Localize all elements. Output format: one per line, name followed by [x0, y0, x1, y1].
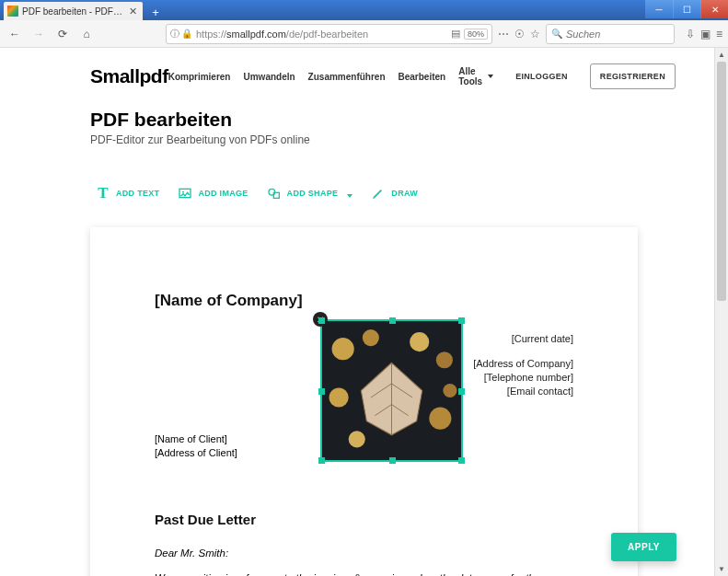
- scroll-up-icon[interactable]: ▲: [715, 48, 728, 62]
- page-title: PDF bearbeiten: [90, 109, 638, 131]
- vertical-scrollbar[interactable]: ▲ ▼: [714, 48, 728, 576]
- doc-body: We are writing in reference to the invoi…: [155, 571, 573, 576]
- back-button[interactable]: ←: [6, 25, 24, 43]
- add-shape-label: ADD SHAPE: [287, 189, 339, 198]
- pencil-icon: [371, 186, 386, 201]
- resize-handle[interactable]: [458, 317, 465, 324]
- home-button[interactable]: ⌂: [77, 25, 96, 43]
- login-button[interactable]: EINLOGGEN: [506, 64, 577, 88]
- resize-handle[interactable]: [389, 457, 396, 464]
- window-close-button[interactable]: ✕: [700, 0, 728, 18]
- reader-icon[interactable]: ▤: [451, 28, 460, 40]
- svg-point-11: [349, 431, 365, 447]
- nav-merge[interactable]: Zusammenführen: [308, 72, 386, 82]
- svg-point-7: [410, 332, 429, 351]
- doc-company-name: [Name of Company]: [155, 292, 573, 310]
- nav-edit[interactable]: Bearbeiten: [399, 72, 446, 82]
- svg-point-5: [332, 338, 354, 360]
- doc-current-date: [Current date]: [473, 332, 573, 346]
- resize-handle[interactable]: [318, 317, 325, 324]
- search-box[interactable]: 🔍: [546, 24, 675, 44]
- page-subtitle: PDF-Editor zur Bearbeitung von PDFs onli…: [90, 133, 638, 146]
- inserted-image-frame[interactable]: ✕: [320, 319, 463, 462]
- inserted-image[interactable]: [322, 321, 461, 460]
- new-tab-button[interactable]: +: [146, 4, 165, 20]
- svg-point-12: [443, 384, 456, 397]
- info-icon: ⓘ: [170, 28, 179, 40]
- tab-title: PDF bearbeiten - PDF-Editor: [22, 6, 123, 17]
- url-text: https://smallpdf.com/de/pdf-bearbeiten: [196, 29, 447, 40]
- forward-button[interactable]: →: [29, 25, 48, 43]
- resize-handle[interactable]: [318, 388, 325, 395]
- draw-label: DRAW: [391, 189, 418, 198]
- apply-button[interactable]: APPLY: [611, 533, 676, 561]
- shape-icon: [267, 186, 282, 201]
- register-button[interactable]: REGISTRIEREN: [590, 63, 676, 89]
- bookmark-icon[interactable]: ☆: [530, 28, 540, 40]
- search-input[interactable]: [566, 29, 669, 40]
- text-icon: T: [96, 186, 110, 201]
- add-image-button[interactable]: ADD IMAGE: [178, 186, 248, 201]
- resize-handle[interactable]: [389, 317, 396, 324]
- draw-button[interactable]: DRAW: [371, 186, 418, 201]
- browser-tab[interactable]: PDF bearbeiten - PDF-Editor ✕: [4, 2, 143, 20]
- add-image-label: ADD IMAGE: [198, 189, 248, 198]
- download-icon[interactable]: ⇩: [686, 28, 695, 40]
- image-icon: [178, 186, 192, 201]
- scroll-thumb[interactable]: [717, 62, 726, 301]
- pdf-canvas[interactable]: [Name of Company] [Current date] [Addres…: [90, 227, 638, 576]
- svg-point-8: [436, 351, 453, 368]
- doc-heading: Past Due Letter: [155, 512, 573, 527]
- shield-icon[interactable]: ☉: [514, 28, 525, 40]
- svg-point-9: [329, 387, 349, 407]
- close-tab-icon[interactable]: ✕: [129, 6, 137, 17]
- window-minimize-button[interactable]: ─: [645, 0, 673, 18]
- nav-compress[interactable]: Komprimieren: [168, 72, 231, 82]
- add-text-button[interactable]: T ADD TEXT: [96, 186, 159, 201]
- reload-button[interactable]: ⟳: [53, 25, 72, 43]
- svg-point-6: [363, 329, 379, 346]
- menu-icon[interactable]: ≡: [716, 28, 722, 40]
- search-icon: 🔍: [551, 29, 562, 39]
- sidebar-icon[interactable]: ▣: [700, 28, 711, 40]
- add-shape-button[interactable]: ADD SHAPE: [267, 185, 353, 202]
- site-logo[interactable]: Smallpdf: [90, 65, 168, 87]
- resize-handle[interactable]: [458, 388, 465, 395]
- svg-point-10: [429, 408, 451, 430]
- add-text-label: ADD TEXT: [116, 189, 159, 198]
- doc-telephone: [Telephone number]: [473, 371, 573, 385]
- chevron-down-icon: [343, 185, 352, 202]
- address-bar[interactable]: ⓘ 🔒 https://smallpdf.com/de/pdf-bearbeit…: [166, 24, 492, 44]
- zoom-badge[interactable]: 80%: [464, 29, 488, 40]
- more-icon[interactable]: ⋯: [498, 28, 509, 40]
- window-maximize-button[interactable]: ☐: [673, 0, 700, 18]
- nav-convert[interactable]: Umwandeln: [243, 72, 295, 82]
- doc-salutation: Dear Mr. Smith:: [155, 547, 573, 559]
- resize-handle[interactable]: [318, 457, 325, 464]
- lock-icon: 🔒: [181, 29, 192, 39]
- nav-all-tools[interactable]: Alle Tools: [458, 66, 493, 86]
- tab-favicon: [7, 6, 18, 17]
- doc-company-address: [Address of Company]: [473, 357, 573, 371]
- doc-email: [Email contact]: [473, 385, 573, 398]
- scroll-down-icon[interactable]: ▼: [715, 562, 728, 576]
- resize-handle[interactable]: [458, 457, 465, 464]
- svg-point-1: [182, 191, 184, 193]
